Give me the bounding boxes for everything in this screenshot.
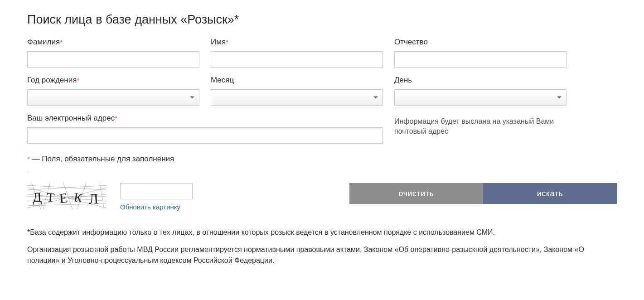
captcha-input[interactable] [120, 183, 193, 199]
email-row: Ваш электронный адрес* Информация будет … [27, 114, 617, 144]
year-label-text: Год рождения [27, 76, 77, 84]
month-label-text: Месяц [211, 76, 234, 84]
search-button[interactable]: искать [483, 183, 617, 204]
button-group: очистить искать [349, 183, 617, 204]
email-label-text: Ваш электронный адрес [27, 114, 115, 122]
year-select[interactable] [27, 89, 199, 106]
year-label: Год рождения* [27, 76, 199, 85]
page-title: Поиск лица в базе данных «Розыск»* [27, 13, 617, 27]
name-row: Фамилия* Имя* Отчество [27, 38, 617, 68]
captcha-refresh-link[interactable]: Обновить картинку [120, 203, 193, 211]
footnote-2: Организация розыскной работы МВД России … [27, 244, 617, 266]
chevron-down-icon [373, 97, 378, 99]
svg-text:Т: Т [46, 190, 55, 205]
lastname-input[interactable] [27, 51, 199, 68]
required-note-text: — Поля, обязательные для заполнения [30, 155, 174, 163]
footnote-1: *База содержит информацию только о тех л… [27, 227, 617, 238]
required-mark: * [226, 38, 228, 46]
firstname-label-text: Имя [211, 38, 226, 46]
day-label: День [394, 76, 567, 85]
month-label: Месяц [211, 76, 383, 85]
patronymic-label-text: Отчество [394, 38, 428, 46]
clear-button[interactable]: очистить [349, 183, 483, 204]
svg-text:Д: Д [32, 189, 42, 205]
email-input[interactable] [27, 127, 383, 144]
divider [27, 172, 617, 172]
captcha-image: Д Т Е К Л [27, 183, 107, 209]
chevron-down-icon [190, 97, 194, 99]
month-select[interactable] [211, 89, 383, 106]
email-label: Ваш электронный адрес* [27, 114, 383, 123]
patronymic-input[interactable] [394, 51, 567, 68]
captcha-row: Д Т Е К Л Обновить картинку очистить иск… [27, 183, 617, 211]
svg-line-9 [100, 183, 104, 209]
required-mark: * [60, 38, 63, 46]
lastname-label-text: Фамилия [27, 38, 60, 46]
required-note: * — Поля, обязательные для заполнения [27, 155, 617, 164]
day-label-text: День [394, 76, 412, 84]
patronymic-label: Отчество [394, 38, 567, 47]
lastname-label: Фамилия* [27, 38, 199, 47]
required-mark: * [77, 76, 79, 84]
required-mark: * [115, 114, 117, 122]
date-row: Год рождения* Месяц День [27, 76, 617, 106]
chevron-down-icon [557, 97, 562, 99]
svg-text:К: К [73, 190, 83, 205]
day-select[interactable] [394, 89, 567, 106]
firstname-input[interactable] [211, 51, 383, 68]
footnote-block: *База содержит информацию только о тех л… [27, 227, 617, 266]
svg-text:Е: Е [58, 190, 68, 206]
firstname-label: Имя* [211, 38, 383, 47]
email-info-text: Информация будет выслана на указаный Вам… [394, 114, 567, 137]
svg-text:Л: Л [88, 190, 99, 207]
